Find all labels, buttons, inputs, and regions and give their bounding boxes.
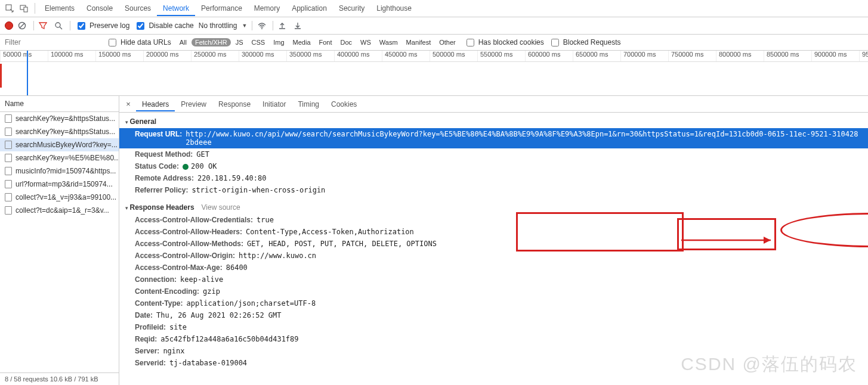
has-blocked-cookies-checkbox[interactable]: Has blocked cookies: [464, 37, 544, 48]
general-section-header[interactable]: General: [119, 115, 868, 128]
timeline-tick: 950000 ms: [859, 51, 868, 61]
filter-type-img[interactable]: Img: [270, 38, 288, 46]
timeline-tick: 850000 ms: [764, 51, 811, 61]
status-dot-icon: [183, 164, 189, 170]
referrer-policy-row: Referrer Policy:strict-origin-when-cross…: [119, 184, 868, 196]
clear-icon[interactable]: [18, 21, 29, 30]
response-header-row: Access-Control-Allow-Credentials:true: [119, 214, 868, 226]
preserve-log-checkbox[interactable]: Preserve log: [75, 20, 129, 32]
main-tab-lighthouse[interactable]: Lighthouse: [370, 1, 418, 16]
device-icon[interactable]: [17, 1, 31, 15]
filter-type-font[interactable]: Font: [316, 38, 336, 46]
filter-type-other[interactable]: Other: [435, 38, 459, 46]
download-icon[interactable]: [294, 21, 304, 30]
name-column-header[interactable]: Name: [0, 96, 119, 112]
file-icon: [5, 154, 12, 162]
request-row[interactable]: searchKey?key=%E5%BE%80...: [0, 151, 119, 164]
wifi-icon[interactable]: [257, 21, 268, 30]
remote-address-row: Remote Address:220.181.59.40:80: [119, 172, 868, 184]
main-tab-sources[interactable]: Sources: [119, 1, 157, 16]
upload-icon[interactable]: [278, 21, 289, 30]
main-tabs: ElementsConsoleSourcesNetworkPerformance…: [0, 0, 868, 17]
response-header-row: Access-Control-Allow-Methods:GET, HEAD, …: [119, 238, 868, 250]
timeline-tick: 550000 ms: [477, 51, 525, 61]
timeline-tick: 200000 ms: [143, 51, 191, 61]
request-row[interactable]: collect?v=1&_v=j93&a=99100...: [0, 191, 119, 204]
timeline-tick: 350000 ms: [286, 51, 334, 61]
response-header-row: Profileid:site: [119, 321, 868, 333]
filter-type-fetch-xhr[interactable]: Fetch/XHR: [191, 38, 231, 46]
request-url-row[interactable]: Request URL:http://www.kuwo.cn/api/www/s…: [119, 128, 868, 148]
status-code-row: Status Code:200 OK: [119, 160, 868, 172]
main-tab-security[interactable]: Security: [333, 1, 370, 16]
request-row[interactable]: searchKey?key=&httpsStatus...: [0, 112, 119, 125]
request-row[interactable]: url?format=mp3&rid=150974...: [0, 178, 119, 191]
request-list: Name searchKey?key=&httpsStatus...search…: [0, 96, 119, 385]
request-row[interactable]: musicInfo?mid=150974&https...: [0, 164, 119, 178]
inspect-icon[interactable]: [2, 1, 17, 15]
blocked-requests-checkbox[interactable]: Blocked Requests: [549, 37, 621, 48]
detail-tab-response[interactable]: Response: [212, 97, 257, 111]
response-headers-section-header[interactable]: Response HeadersView source: [119, 201, 868, 214]
response-header-row: Content-Type:application/json;charset=UT…: [119, 297, 868, 309]
timeline-tick: 300000 ms: [239, 51, 286, 61]
main-tab-network[interactable]: Network: [157, 1, 195, 16]
filter-input[interactable]: [4, 36, 101, 49]
record-button[interactable]: [5, 21, 13, 30]
timeline-tick: 250000 ms: [191, 51, 239, 61]
timeline-tick: 400000 ms: [334, 51, 382, 61]
view-source-link[interactable]: View source: [202, 203, 240, 212]
timeline-tick: 750000 ms: [668, 51, 716, 61]
file-icon: [5, 128, 12, 136]
main-tab-performance[interactable]: Performance: [195, 1, 248, 16]
filter-type-wasm[interactable]: Wasm: [376, 38, 401, 46]
timeline-tick: 700000 ms: [620, 51, 668, 61]
file-icon: [5, 141, 12, 149]
main-tab-console[interactable]: Console: [81, 1, 119, 16]
filter-type-js[interactable]: JS: [232, 38, 247, 46]
timeline-overview[interactable]: 50000 ms100000 ms150000 ms200000 ms25000…: [0, 51, 868, 96]
request-name: url?format=mp3&rid=150974...: [16, 180, 113, 188]
search-icon[interactable]: [54, 21, 65, 30]
status-summary: 8 / 58 requests 10.6 kB / 791 kB: [0, 372, 119, 385]
request-row[interactable]: collect?t=dc&aip=1&_r=3&v...: [0, 204, 119, 217]
timeline-cursor[interactable]: [27, 51, 28, 95]
close-icon[interactable]: ×: [122, 100, 135, 108]
filter-type-manifest[interactable]: Manifest: [403, 38, 435, 46]
detail-tab-cookies[interactable]: Cookies: [325, 97, 363, 111]
disable-cache-checkbox[interactable]: Disable cache: [134, 20, 193, 32]
request-name: searchMusicBykeyWord?key=...: [16, 141, 118, 149]
request-name: collect?t=dc&aip=1&_r=3&v...: [16, 206, 109, 215]
filter-type-ws[interactable]: WS: [357, 38, 375, 46]
filter-type-css[interactable]: CSS: [248, 38, 269, 46]
main-tab-elements[interactable]: Elements: [39, 1, 81, 16]
svg-line-4: [20, 23, 24, 28]
filter-type-all[interactable]: All: [176, 38, 190, 46]
chevron-down-icon[interactable]: ▼: [242, 23, 247, 29]
request-row[interactable]: searchMusicBykeyWord?key=...: [0, 138, 119, 151]
svg-rect-2: [24, 7, 27, 12]
file-icon: [5, 180, 12, 188]
response-header-row: Connection:keep-alive: [119, 274, 868, 285]
request-name: searchKey?key=&httpsStatus...: [16, 114, 115, 123]
throttling-select[interactable]: No throttling: [199, 21, 237, 30]
network-toolbar: Preserve log Disable cache No throttling…: [0, 17, 868, 35]
main-tab-memory[interactable]: Memory: [248, 1, 286, 16]
hide-data-urls-checkbox[interactable]: Hide data URLs: [106, 37, 171, 48]
detail-tab-timing[interactable]: Timing: [292, 97, 325, 111]
timeline-tick: 650000 ms: [573, 51, 620, 61]
request-row[interactable]: searchKey?key=&httpsStatus...: [0, 125, 119, 138]
timeline-tick: 450000 ms: [382, 51, 430, 61]
detail-tab-preview[interactable]: Preview: [175, 97, 212, 111]
filter-type-doc[interactable]: Doc: [337, 38, 356, 46]
detail-tab-initiator[interactable]: Initiator: [257, 97, 292, 111]
timeline-tick: 600000 ms: [525, 51, 573, 61]
timeline-tick: 150000 ms: [95, 51, 143, 61]
detail-tab-headers[interactable]: Headers: [136, 97, 175, 111]
filter-type-media[interactable]: Media: [289, 38, 314, 46]
response-header-row: Content-Encoding:gzip: [119, 285, 868, 297]
request-method-row: Request Method:GET: [119, 148, 868, 160]
filter-icon[interactable]: [39, 21, 50, 30]
response-header-row: Serverid:tj-database-019004: [119, 357, 868, 369]
main-tab-application[interactable]: Application: [286, 1, 333, 16]
